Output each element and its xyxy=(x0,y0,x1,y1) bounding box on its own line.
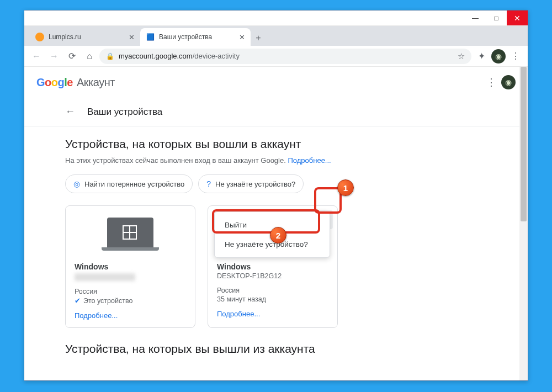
find-device-chip[interactable]: ◎ Найти потерянное устройство xyxy=(65,174,193,193)
device-time: 35 минут назад xyxy=(217,295,328,303)
device-more-link[interactable]: Подробнее... xyxy=(217,310,328,318)
learn-more-link[interactable]: Подробнее... xyxy=(288,156,331,165)
new-tab-button[interactable]: + xyxy=(251,30,266,46)
device-name: Windows xyxy=(75,262,186,271)
home-button[interactable]: ⌂ xyxy=(82,49,97,64)
device-more-link[interactable]: Подробнее... xyxy=(75,311,186,320)
device-id-blurred xyxy=(75,273,135,281)
unknown-device-chip[interactable]: ? Не узнаёте устройство? xyxy=(198,174,304,193)
page-content: Google Аккаунт ⋮ ◉ ← Ваши устройства Уст… xyxy=(24,67,528,380)
url-text: myaccount.google.com/device-activity xyxy=(119,52,240,60)
target-icon: ◎ xyxy=(73,179,80,188)
tab-title: Lumpics.ru xyxy=(49,33,125,41)
reload-button[interactable]: ⟳ xyxy=(64,49,79,64)
tab-strip: Lumpics.ru ✕ 🟦 Ваши устройства ✕ + xyxy=(24,26,528,46)
omnibox[interactable]: 🔒 myaccount.google.com/device-activity ☆ xyxy=(99,49,471,64)
nav-forward-button[interactable]: → xyxy=(46,49,62,64)
account-avatar[interactable]: ◉ xyxy=(501,75,516,89)
extensions-icon[interactable]: ✦ xyxy=(474,49,489,64)
account-menu-icon[interactable]: ⋮ xyxy=(481,76,501,88)
close-tab-icon[interactable]: ✕ xyxy=(129,33,135,41)
favicon-icon: 🟦 xyxy=(146,33,155,41)
device-time: ✔Это устройство xyxy=(75,296,186,305)
device-location: Россия xyxy=(217,287,328,294)
help-icon: ? xyxy=(206,179,211,188)
tab-title: Ваши устройства xyxy=(159,33,236,41)
section-subtext: На этих устройствах сейчас выполнен вход… xyxy=(65,156,487,165)
window-titlebar: — □ ✕ xyxy=(24,10,528,26)
maximize-button[interactable]: □ xyxy=(486,10,507,25)
device-card[interactable]: Windows Россия ✔Это устройство Подробнее… xyxy=(65,205,195,328)
close-tab-icon[interactable]: ✕ xyxy=(239,33,245,41)
address-bar: ← → ⟳ ⌂ 🔒 myaccount.google.com/device-ac… xyxy=(24,46,528,67)
lock-icon: 🔒 xyxy=(106,52,114,60)
google-header: Google Аккаунт ⋮ ◉ xyxy=(24,67,528,98)
close-button[interactable]: ✕ xyxy=(507,10,528,25)
chip-row: ◎ Найти потерянное устройство ? Не узнаё… xyxy=(65,174,487,193)
chip-label: Не узнаёте устройство? xyxy=(215,180,295,188)
tab-lumpics[interactable]: Lumpics.ru ✕ xyxy=(30,28,140,46)
nav-back-button[interactable]: ← xyxy=(29,49,44,64)
profile-avatar[interactable]: ◉ xyxy=(491,49,506,63)
page-title: Ваши устройства xyxy=(87,107,162,118)
chrome-menu-icon[interactable]: ⋮ xyxy=(508,49,523,64)
browser-window: — □ ✕ Lumpics.ru ✕ 🟦 Ваши устройства ✕ +… xyxy=(24,10,528,381)
section-heading: Устройства, на которых вы вошли в аккаун… xyxy=(65,137,487,151)
check-icon: ✔ xyxy=(75,296,81,305)
sub-header: ← Ваши устройства xyxy=(24,98,528,126)
tab-devices[interactable]: 🟦 Ваши устройства ✕ xyxy=(140,28,251,46)
scrollbar-thumb[interactable] xyxy=(521,67,527,221)
device-location: Россия xyxy=(75,288,186,295)
favicon-icon xyxy=(35,33,44,41)
back-arrow-icon[interactable]: ← xyxy=(65,106,75,118)
device-image xyxy=(66,206,195,259)
annotation-badge-2: 2 xyxy=(270,227,286,243)
vertical-scrollbar[interactable] xyxy=(519,67,528,380)
chip-label: Найти потерянное устройство xyxy=(84,180,184,188)
google-logo[interactable]: Google Аккаунт xyxy=(36,76,115,89)
device-name: Windows xyxy=(217,262,328,271)
annotation-badge-1: 1 xyxy=(337,179,354,196)
bookmark-icon[interactable]: ☆ xyxy=(458,51,465,61)
section2-heading: Устройства, на которых вы вышли из аккау… xyxy=(65,342,487,356)
minimize-button[interactable]: — xyxy=(465,10,486,25)
device-id: DESKTOP-F1B2G12 xyxy=(217,272,328,280)
